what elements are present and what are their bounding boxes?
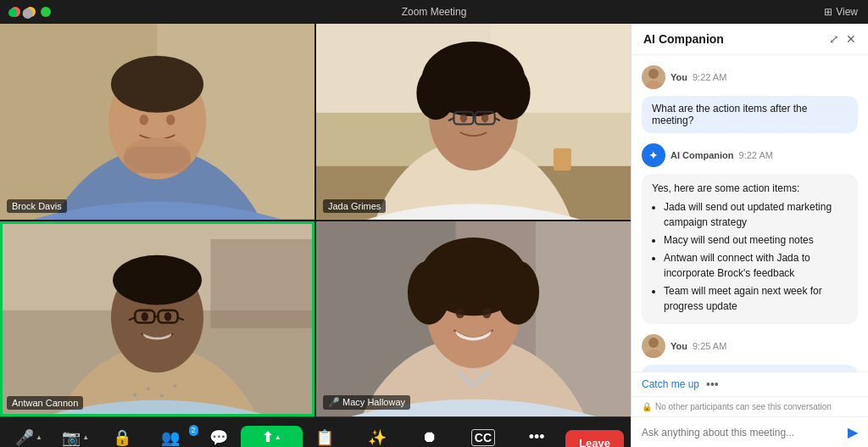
video-grid: Brock Davis <box>0 24 631 416</box>
video-caret: ▲ <box>82 433 89 441</box>
more-options-button[interactable]: ••• <box>706 377 719 391</box>
summary-icon: 📋 <box>315 428 334 447</box>
share-screen-button[interactable]: ⬆ ▲ Share Screen <box>241 426 303 447</box>
name-tag-brock: Brock Davis <box>7 199 67 213</box>
ai-panel-header: AI Companion ⤢ ✕ <box>632 24 868 55</box>
ai-star-icon: ✦ <box>648 148 659 162</box>
toolbar-wrapper: 🎤 ▲ Mute 📷 ▲ Stop Video <box>7 425 624 447</box>
svg-point-5 <box>111 56 203 113</box>
message-group-2: ✦ AI Companion 9:22 AM Yes, here are som… <box>642 143 858 324</box>
ai-avatar-1: ✦ <box>642 143 665 167</box>
ai-companion-panel: AI Companion ⤢ ✕ You 9:22 AM What are th… <box>631 24 868 447</box>
action-item-4: Team will meet again next week for progr… <box>664 283 848 314</box>
video-cell-macy: 🎤 Macy Halloway <box>316 221 631 417</box>
action-items-list: Jada will send out updated marketing cam… <box>652 199 848 314</box>
microphone-icon: 🎤 <box>15 428 34 447</box>
camera-icon: 📷 <box>62 428 81 447</box>
privacy-note: 🔒 No other participants can see this con… <box>632 396 868 416</box>
svg-point-57 <box>645 81 662 89</box>
ai-messages-container: You 9:22 AM What are the action items af… <box>632 55 868 372</box>
action-item-2: Macy will send out meeting notes <box>664 232 848 248</box>
lock-icon: 🔒 <box>642 402 652 411</box>
mute-button[interactable]: 🎤 ▲ Mute <box>7 425 51 447</box>
captions-button[interactable]: CC Show Captions <box>452 426 515 447</box>
send-button[interactable]: ▶ <box>848 424 858 440</box>
svg-point-56 <box>648 69 659 79</box>
message-group-1: You 9:22 AM What are the action items af… <box>642 65 858 133</box>
action-item-1: Jada will send out updated marketing cam… <box>664 199 848 230</box>
user-avatar-1 <box>642 65 665 89</box>
message-group-3: You 9:25 AM Catch me up <box>642 334 858 372</box>
leave-button[interactable]: Leave <box>565 430 624 447</box>
share-caret: ▲ <box>275 433 281 441</box>
mute-caret: ▲ <box>36 433 42 441</box>
main-content: ⬤ <box>0 24 868 447</box>
svg-point-18 <box>416 66 455 120</box>
user-avatar-2 <box>642 334 665 358</box>
video-cell-antwan: Antwan Cannon <box>0 221 314 417</box>
more-icon: ••• <box>529 428 545 446</box>
toolbar: 🎤 ▲ Mute 📷 ▲ Stop Video <box>0 416 631 447</box>
svg-point-41 <box>147 387 150 390</box>
name-tag-macy: 🎤 Macy Halloway <box>323 395 410 410</box>
action-item-3: Antwan will connect with Jada to incorpo… <box>664 250 848 281</box>
more-button[interactable]: ••• More <box>515 425 559 447</box>
participants-button[interactable]: 👥 Participants 2 <box>144 425 196 447</box>
svg-point-38 <box>142 312 148 321</box>
record-icon: ⏺ <box>422 428 437 446</box>
ai-panel-actions: Catch me up ••• <box>632 372 868 396</box>
name-tag-jada: Jada Grimes <box>323 199 386 213</box>
svg-point-54 <box>456 307 465 318</box>
record-button[interactable]: ⏺ Record <box>408 425 452 447</box>
svg-point-55 <box>482 307 491 318</box>
popout-icon[interactable]: ⤢ <box>829 32 839 46</box>
summary-button[interactable]: 📋 Summary <box>303 425 348 447</box>
svg-point-19 <box>491 66 530 120</box>
chat-button[interactable]: 💬 Chat <box>197 425 241 447</box>
user-message-3: Catch me up <box>642 365 858 372</box>
svg-point-52 <box>431 257 459 307</box>
svg-point-53 <box>487 257 516 307</box>
svg-point-39 <box>164 312 171 321</box>
user-message-1: What are the action items after the meet… <box>642 96 858 133</box>
svg-rect-14 <box>554 148 571 170</box>
close-icon[interactable]: ✕ <box>846 32 856 46</box>
catch-me-up-button[interactable]: Catch me up <box>642 378 699 390</box>
ai-panel-title: AI Companion <box>643 32 724 46</box>
name-tag-antwan: Antwan Cannon <box>7 396 83 410</box>
svg-point-6 <box>140 115 148 126</box>
share-icon: ⬆ <box>262 429 273 445</box>
svg-point-32 <box>113 255 202 305</box>
security-icon: 🔒 <box>113 428 131 447</box>
message-header-1: You 9:22 AM <box>642 65 858 89</box>
participants-badge: 2 <box>189 425 198 436</box>
ai-input-field[interactable] <box>642 427 841 439</box>
ai-panel-controls: ⤢ ✕ <box>829 32 856 46</box>
message-header-3: You 9:25 AM <box>642 334 858 358</box>
message-header-2: ✦ AI Companion 9:22 AM <box>642 143 858 167</box>
video-cell-jada: Jada Grimes <box>316 24 631 220</box>
svg-point-25 <box>460 114 467 122</box>
ai-message-2: Yes, here are some action items: Jada wi… <box>642 174 858 324</box>
svg-point-42 <box>160 394 164 397</box>
video-top-bar: ⬤ <box>0 24 631 25</box>
svg-point-40 <box>133 393 136 396</box>
participants-icon: 👥 <box>161 428 180 447</box>
svg-rect-29 <box>210 239 314 328</box>
svg-point-58 <box>648 338 659 348</box>
svg-rect-9 <box>124 147 192 173</box>
svg-point-59 <box>645 349 662 358</box>
captions-icon: CC <box>471 429 495 446</box>
ai-icon: ✨ <box>368 428 387 447</box>
mic-icon-macy: 🎤 <box>328 397 342 407</box>
security-button[interactable]: 🔒 Security <box>100 425 144 447</box>
chat-icon: 💬 <box>209 428 228 447</box>
svg-point-26 <box>481 114 488 122</box>
ai-companion-button[interactable]: ✨ AI Companion <box>348 425 408 447</box>
video-cell-brock: Brock Davis <box>0 24 314 220</box>
stop-video-button[interactable]: 📷 ▲ Stop Video <box>51 425 100 447</box>
svg-point-43 <box>173 384 176 388</box>
svg-point-7 <box>166 115 175 126</box>
ai-input-area[interactable]: ▶ <box>632 416 868 447</box>
